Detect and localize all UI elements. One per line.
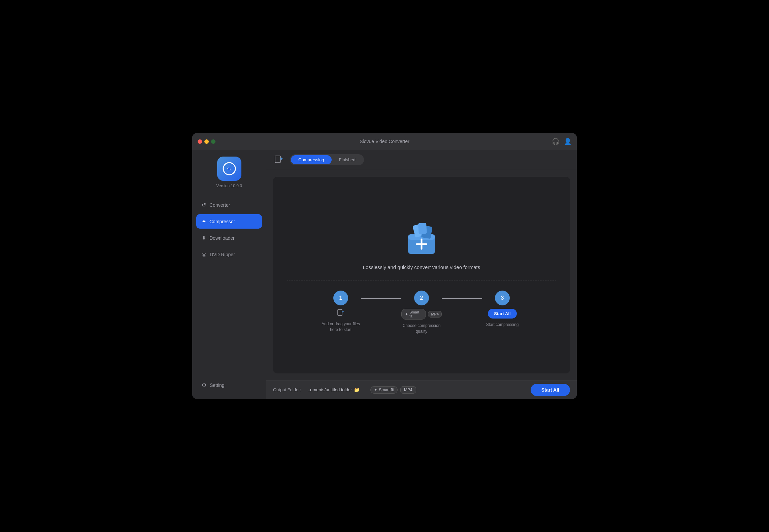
- maximize-button[interactable]: [211, 139, 215, 144]
- section-divider: [287, 280, 556, 280]
- sidebar-item-setting[interactable]: ⚙ Setting: [196, 378, 262, 392]
- step-connector-1: [361, 298, 401, 299]
- app-window: Siovue Video Converter 🎧 👤 Version 10.0.…: [192, 133, 577, 399]
- step-2-circle: 2: [414, 291, 429, 305]
- compressor-label: Compressor: [209, 219, 235, 224]
- topbar: Compressing Finished: [266, 150, 577, 170]
- titlebar: Siovue Video Converter 🎧 👤: [192, 133, 577, 150]
- tab-compressing[interactable]: Compressing: [291, 155, 332, 164]
- sidebar-item-converter[interactable]: ↺ Converter: [196, 198, 262, 212]
- converter-icon: ↺: [202, 202, 206, 208]
- step-2: 2 ✦ Smart fit MP4: [401, 291, 442, 334]
- step-3-circle: 3: [495, 291, 510, 305]
- add-file-button[interactable]: [273, 153, 285, 167]
- logo-icon: [217, 157, 241, 181]
- nav-items: ↺ Converter ✦ Compressor ⬇ Downloader ◎ …: [196, 198, 262, 378]
- step-1-circle: 1: [333, 291, 348, 305]
- step-3: 3 Start All Start compressing: [482, 291, 523, 328]
- step-connector-2: [442, 298, 482, 299]
- steps-row: 1: [321, 291, 523, 334]
- user-icon[interactable]: 👤: [564, 138, 571, 145]
- sidebar-item-dvd-ripper[interactable]: ◎ DVD Ripper: [196, 247, 262, 262]
- add-file-step-icon: [337, 309, 344, 318]
- folder-icon: 📁: [354, 387, 360, 393]
- headphones-icon[interactable]: 🎧: [552, 138, 559, 145]
- svg-rect-2: [275, 156, 280, 163]
- step-2-icon-row: ✦ Smart fit MP4: [401, 309, 442, 320]
- tab-finished[interactable]: Finished: [332, 155, 363, 164]
- step-3-icon-row: Start All: [488, 309, 516, 319]
- smart-fit-badge[interactable]: ✦ Smart fit: [401, 309, 426, 320]
- nav-bottom: ⚙ Setting: [196, 378, 262, 392]
- drop-zone-wrapper: Losslessly and quickly convert various v…: [266, 170, 577, 380]
- drop-illustration: [400, 216, 443, 258]
- start-all-button[interactable]: Start All: [531, 384, 570, 396]
- drop-zone[interactable]: Losslessly and quickly convert various v…: [273, 177, 570, 373]
- sidebar-item-downloader[interactable]: ⬇ Downloader: [196, 231, 262, 245]
- mp4-badge[interactable]: MP4: [428, 311, 442, 318]
- sidebar: Version 10.0.0 ↺ Converter ✦ Compressor …: [192, 150, 266, 399]
- downloader-icon: ⬇: [202, 235, 206, 241]
- titlebar-icons: 🎧 👤: [552, 138, 571, 145]
- app-title: Siovue Video Converter: [360, 139, 409, 144]
- output-folder-label: Output Folder:: [273, 387, 301, 392]
- bottom-smart-fit-badge[interactable]: ✦ Smart fit: [370, 386, 398, 394]
- svg-rect-12: [338, 309, 342, 315]
- output-folder-value: ...uments/untitled folder 📁: [306, 387, 360, 393]
- step-1-label: Add or drag your files here to start: [322, 321, 360, 333]
- converter-label: Converter: [209, 202, 230, 208]
- traffic-lights: [198, 139, 215, 144]
- main-layout: Version 10.0.0 ↺ Converter ✦ Compressor …: [192, 150, 577, 399]
- svg-point-1: [228, 167, 231, 170]
- bottom-smart-icon: ✦: [374, 388, 377, 392]
- app-logo: Version 10.0.0: [196, 157, 262, 188]
- logo-version: Version 10.0.0: [216, 184, 242, 188]
- sidebar-item-compressor[interactable]: ✦ Compressor: [196, 214, 262, 229]
- step-2-label: Choose compression quality: [403, 323, 441, 334]
- bottom-bar: Output Folder: ...uments/untitled folder…: [266, 380, 577, 399]
- start-all-small-button[interactable]: Start All: [488, 309, 516, 319]
- step-1: 1: [321, 291, 361, 333]
- dvd-ripper-label: DVD Ripper: [210, 252, 235, 257]
- bottom-smart-fit: ✦ Smart fit MP4: [370, 386, 416, 394]
- close-button[interactable]: [198, 139, 202, 144]
- step-3-label: Start compressing: [486, 322, 519, 328]
- content-area: Compressing Finished: [266, 150, 577, 399]
- downloader-label: Downloader: [209, 235, 235, 241]
- svg-rect-11: [418, 223, 427, 234]
- bottom-format-badge[interactable]: MP4: [400, 386, 416, 394]
- settings-icon: ⚙: [202, 382, 206, 388]
- compressor-icon: ✦: [202, 218, 206, 225]
- setting-label: Setting: [210, 383, 225, 388]
- smart-fit-icon: ✦: [405, 312, 408, 317]
- minimize-button[interactable]: [204, 139, 209, 144]
- step-1-icon-row: [337, 309, 344, 318]
- dvd-icon: ◎: [202, 251, 206, 258]
- drop-tagline: Losslessly and quickly convert various v…: [363, 264, 480, 270]
- tab-group: Compressing Finished: [290, 154, 364, 165]
